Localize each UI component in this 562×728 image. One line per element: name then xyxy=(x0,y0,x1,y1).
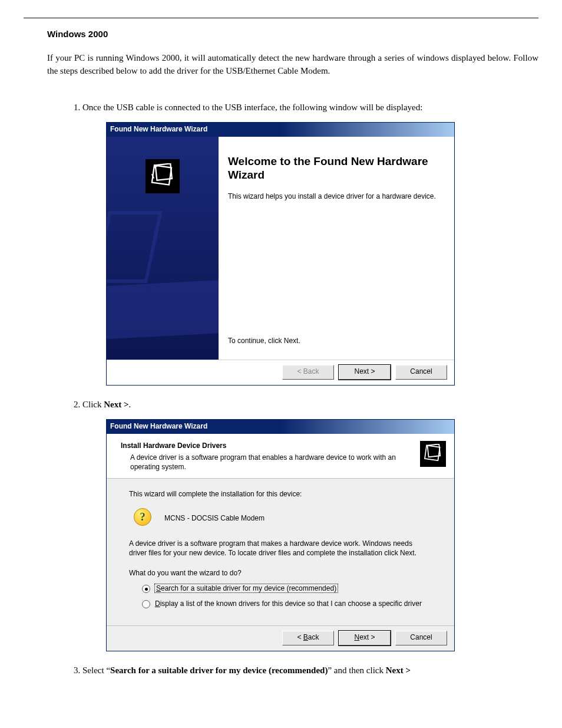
step-2-post: . xyxy=(129,400,131,409)
step-2-pre: Click xyxy=(82,400,104,409)
step-3-mid: ” and then click xyxy=(328,666,385,675)
hardware-wizard-icon xyxy=(146,159,180,193)
dialog1-continue-text: To continue, click Next. xyxy=(228,336,445,346)
svg-rect-2 xyxy=(425,445,440,460)
step-3-bold2: Next > xyxy=(386,666,411,675)
wizard-dialog-1: Found New Hardware Wizard xyxy=(106,122,455,385)
back-button: < Back xyxy=(282,365,334,380)
radio-indicator xyxy=(142,585,150,593)
next-button[interactable]: Next > xyxy=(339,631,391,645)
wizard-dialog-2: Found New Hardware Wizard Install Hardwa… xyxy=(106,419,455,651)
dialog2-titlebar: Found New Hardware Wizard xyxy=(107,420,454,433)
radio1-accel: S xyxy=(156,584,161,592)
device-name: MCNS - DOCSIS Cable Modem xyxy=(164,513,265,523)
cancel-button[interactable]: Cancel xyxy=(395,365,447,380)
radio-group: Search for a suitable driver for my devi… xyxy=(142,584,432,608)
step-3: Select “Search for a suitable driver for… xyxy=(82,664,538,677)
hardware-wizard-icon xyxy=(420,441,446,467)
intro-paragraph: If your PC is running Windows 2000, it w… xyxy=(47,52,538,78)
dialog2-header-subtitle: A device driver is a software program th… xyxy=(130,453,414,472)
dialog2-question: What do you want the wizard to do? xyxy=(129,568,432,578)
dialog1-welcome-heading: Welcome to the Found New Hardware Wizard xyxy=(228,154,445,183)
cancel-button[interactable]: Cancel xyxy=(395,631,447,645)
step-1-text: Once the USB cable is connected to the U… xyxy=(82,103,422,112)
dialog2-explain-text: A device driver is a software program th… xyxy=(129,539,432,558)
dialog2-header-title: Install Hardware Device Drivers xyxy=(121,441,414,451)
step-2-bold: Next > xyxy=(104,400,128,409)
radio2-label: isplay a list of the known drivers for t… xyxy=(160,599,422,608)
dialog1-sidebar xyxy=(107,137,219,360)
step-3-pre: Select “ xyxy=(82,666,110,675)
dialog2-complete-text: This wizard will complete the installati… xyxy=(129,489,432,499)
radio-indicator xyxy=(142,600,150,608)
steps-list: Once the USB cable is connected to the U… xyxy=(59,101,538,677)
radio2-accel: D xyxy=(155,599,160,608)
page-top-rule xyxy=(24,18,538,18)
radio-display-driver-list[interactable]: Display a list of the known drivers for … xyxy=(142,599,432,608)
section-title: Windows 2000 xyxy=(47,29,538,39)
radio1-label: earch for a suitable driver for my devic… xyxy=(161,584,336,592)
step-2: Click Next >. Found New Hardware Wizard … xyxy=(82,398,538,651)
radio-search-suitable-driver[interactable]: Search for a suitable driver for my devi… xyxy=(142,584,432,593)
svg-rect-0 xyxy=(152,165,171,185)
dialog1-titlebar: Found New Hardware Wizard xyxy=(107,123,454,136)
back-button[interactable]: < Back xyxy=(282,631,334,645)
step-3-bold: Search for a suitable driver for my devi… xyxy=(110,666,328,675)
next-button[interactable]: Next > xyxy=(339,365,391,380)
step-1: Once the USB cable is connected to the U… xyxy=(82,101,538,386)
unknown-device-icon: ? xyxy=(134,508,154,528)
dialog1-description: This wizard helps you install a device d… xyxy=(228,192,445,201)
